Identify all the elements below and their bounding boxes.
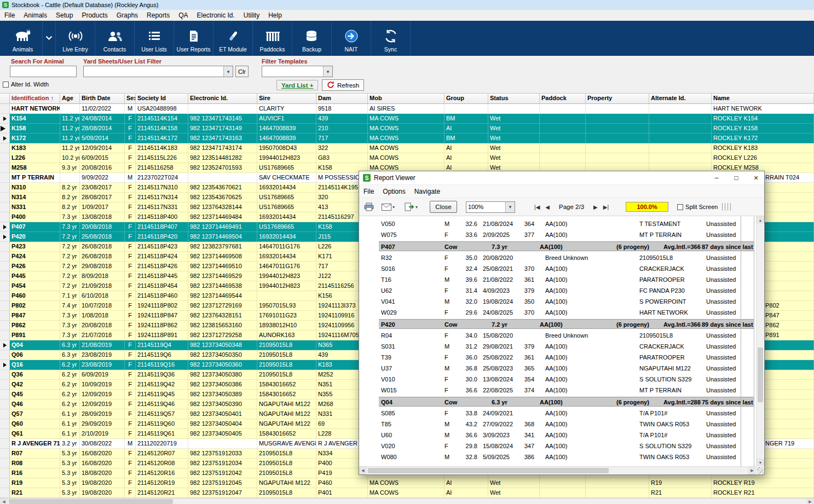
report-horizontal-scrollbar[interactable]: ◀ ▶ [359, 466, 756, 474]
toolbar-backup-button[interactable]: Backup [292, 21, 332, 56]
scrollbar-thumb[interactable] [368, 468, 609, 473]
menu-file[interactable]: File [359, 186, 378, 197]
animals-dropdown-button[interactable] [43, 21, 56, 56]
chevron-down-icon[interactable]: ▾ [223, 66, 233, 77]
row-selector-gutter[interactable] [0, 291, 10, 301]
row-selector-gutter[interactable] [0, 104, 10, 114]
row-selector-gutter[interactable] [0, 143, 10, 153]
row-selector-gutter[interactable] [0, 488, 10, 498]
chevron-down-icon[interactable]: ▾ [505, 202, 515, 212]
table-row-l226[interactable]: L22610.2 yr6/09/2015F21145115L226982 123… [0, 153, 814, 163]
row-selector-gutter[interactable] [0, 429, 10, 439]
table-row-k172[interactable]: K17211.2 yr5/09/2014F21145114K172982 123… [0, 134, 814, 143]
row-selector-gutter[interactable] [0, 183, 10, 193]
table-row-r19[interactable]: R195.3 yr19/08/2020F21145120R19982 12375… [0, 478, 814, 488]
toolbar-user-lists-button[interactable]: User Lists [135, 21, 174, 56]
row-selector-gutter[interactable] [0, 153, 10, 163]
menu-navigate[interactable]: Navigate [410, 186, 444, 197]
column-header-group[interactable]: Group [444, 93, 488, 104]
row-selector-gutter[interactable] [0, 360, 10, 370]
row-selector-gutter[interactable] [0, 301, 10, 311]
menu-setup[interactable]: Setup [51, 10, 77, 20]
report-vertical-scrollbar[interactable]: ▲ ▼ [756, 216, 764, 466]
column-header-dam[interactable]: Dam [316, 93, 368, 104]
menu-file[interactable]: File [0, 10, 19, 20]
row-selector-gutter[interactable] [0, 409, 10, 419]
maximize-button[interactable]: □ [728, 174, 744, 182]
close-report-button[interactable]: Close [430, 201, 457, 213]
row-selector-gutter[interactable] [0, 163, 10, 173]
menu-products[interactable]: Products [77, 10, 112, 20]
toolbar-animals-button[interactable]: Animals [3, 21, 43, 56]
toolbar-et-module-button[interactable]: ET Module [213, 21, 253, 56]
table-row-r21[interactable]: R215.3 yr19/08/2020F21145120R21982 12375… [0, 488, 814, 498]
column-header-society-id[interactable]: Society Id [136, 93, 188, 104]
column-header-electronic-id[interactable]: Electronic Id. [188, 93, 257, 104]
menu-electronic-id[interactable]: Electronic Id. [192, 10, 239, 20]
menu-help[interactable]: Help [264, 10, 286, 20]
row-selector-gutter[interactable] [0, 321, 10, 331]
row-selector-gutter[interactable] [0, 340, 10, 350]
toolbar-paddocks-button[interactable]: Paddocks [253, 21, 292, 56]
row-selector-gutter[interactable] [0, 202, 10, 212]
row-selector-gutter[interactable] [0, 222, 10, 232]
toolbar-nait-button[interactable]: NAIT [332, 21, 371, 56]
table-row-hart-network[interactable]: HART NETWORK11/02/2022MUSA20488998CLARIT… [0, 104, 814, 114]
row-selector-gutter[interactable] [0, 232, 10, 242]
row-selector-gutter[interactable] [0, 478, 10, 488]
menu-options[interactable]: Options [378, 186, 409, 197]
row-selector-gutter[interactable] [0, 311, 10, 321]
table-row-k158[interactable]: K15811.2 yr28/08/2014F21145114K158982 12… [0, 124, 814, 134]
row-selector-gutter[interactable] [0, 449, 10, 459]
last-page-button[interactable]: ▶| [601, 202, 611, 212]
row-selector-gutter[interactable] [0, 114, 10, 124]
toolbar-user-reports-button[interactable]: User Reports [174, 21, 213, 56]
menu-graphs[interactable]: Graphs [112, 10, 142, 20]
row-selector-gutter[interactable] [0, 331, 10, 340]
row-selector-gutter[interactable] [0, 242, 10, 252]
filter-templates-select[interactable]: ▾ [262, 66, 333, 77]
resize-grip[interactable] [757, 467, 764, 474]
report-viewer-titlebar[interactable]: S Report Viewer – □ × [359, 171, 764, 185]
row-selector-gutter[interactable] [0, 271, 10, 281]
scroll-left-arrow[interactable]: ◀ [359, 467, 367, 474]
next-page-button[interactable]: ▶ [591, 202, 601, 212]
scroll-right-arrow[interactable]: ▶ [806, 499, 814, 504]
row-selector-gutter[interactable] [0, 124, 10, 134]
column-header-status[interactable]: Status [488, 93, 540, 104]
zoom-select[interactable]: 100% ▾ [466, 201, 515, 213]
column-header-birth-date[interactable]: Birth Date [80, 93, 125, 104]
row-selector-gutter[interactable] [0, 212, 10, 222]
email-button[interactable]: ▾ [379, 202, 397, 212]
menu-reports[interactable]: Reports [142, 10, 174, 20]
row-selector-gutter[interactable] [0, 459, 10, 468]
row-selector-gutter[interactable] [0, 252, 10, 262]
menu-animals[interactable]: Animals [19, 10, 51, 20]
menu-utility[interactable]: Utility [239, 10, 264, 20]
row-selector-gutter[interactable] [0, 134, 10, 143]
export-button[interactable]: ▾ [402, 201, 420, 212]
scrollbar-thumb[interactable] [758, 347, 763, 402]
column-header-sire[interactable]: Sire [257, 93, 316, 104]
row-selector-gutter[interactable] [0, 350, 10, 360]
toolbar-live-entry-button[interactable]: Live Entry [56, 21, 95, 56]
scroll-left-arrow[interactable]: ◀ [0, 499, 8, 504]
column-header-alternate-id[interactable]: Alternate Id. [649, 93, 712, 104]
grid-horizontal-scrollbar[interactable]: ◀ ▶ [0, 498, 814, 504]
toolbar-contacts-button[interactable]: Contacts [95, 21, 135, 56]
chevron-down-icon[interactable]: ▾ [323, 66, 332, 77]
yard-list-button[interactable]: Yard List + [276, 80, 318, 90]
refresh-button[interactable]: Refresh [322, 79, 364, 91]
search-animal-input[interactable] [10, 66, 77, 77]
first-page-button[interactable]: |◀ [532, 202, 542, 212]
column-header-identification[interactable]: Identification ↑ [10, 93, 60, 104]
row-selector-gutter[interactable] [0, 193, 10, 202]
column-header-age[interactable]: Age [60, 93, 80, 104]
column-header-sex[interactable]: Sex [125, 93, 136, 104]
row-selector-gutter[interactable] [0, 370, 10, 380]
row-selector-gutter[interactable] [0, 262, 10, 271]
row-selector-gutter[interactable] [0, 439, 10, 449]
previous-page-button[interactable]: ◀ [542, 202, 552, 212]
row-selector-gutter[interactable] [0, 173, 10, 183]
column-header-property[interactable]: Property [586, 93, 649, 104]
